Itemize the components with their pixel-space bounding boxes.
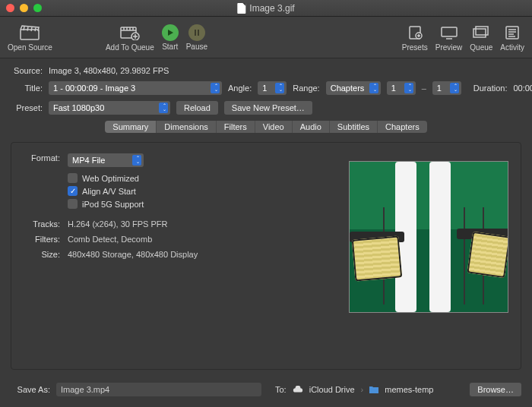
- filters-value: Comb Detect, Decomb: [68, 235, 152, 244]
- range-type-select[interactable]: Chapters: [326, 81, 381, 95]
- range-from-select[interactable]: 1: [387, 81, 416, 95]
- format-select[interactable]: MP4 File: [68, 153, 144, 167]
- size-label: Size:: [24, 250, 60, 259]
- tab-filters[interactable]: Filters: [217, 121, 255, 133]
- summary-panel: Format: MP4 File Web Optimized Align A/V…: [11, 142, 521, 370]
- checkbox-icon: [68, 186, 78, 196]
- start-button[interactable]: Start: [162, 24, 179, 51]
- tracks-value: H.264 (x264), 30 FPS PFR: [68, 219, 167, 229]
- zoom-window[interactable]: [33, 4, 42, 12]
- pause-button[interactable]: Pause: [186, 24, 207, 51]
- save-as-label: Save As:: [11, 385, 50, 394]
- window-title: Image 3.gif: [237, 3, 294, 14]
- preset-label: Preset:: [11, 103, 43, 112]
- activity-button[interactable]: Activity: [500, 24, 524, 52]
- format-label: Format:: [24, 153, 60, 167]
- presets-button[interactable]: Presets: [402, 24, 428, 52]
- align-av-checkbox[interactable]: Align A/V Start: [68, 186, 334, 196]
- duration-value: 00:00:09: [513, 84, 532, 93]
- queue-button[interactable]: Queue: [470, 24, 492, 52]
- preset-select[interactable]: Fast 1080p30: [49, 101, 170, 115]
- svg-rect-0: [21, 30, 39, 39]
- clapperboard-icon: [19, 24, 40, 42]
- minimize-window[interactable]: [20, 4, 28, 12]
- source-value: Image 3, 480x480, 29.9892 FPS: [49, 66, 169, 75]
- document-icon: [237, 3, 245, 14]
- save-new-preset-button[interactable]: Save New Preset…: [224, 101, 312, 115]
- add-clip-icon: [119, 24, 141, 42]
- reload-button[interactable]: Reload: [176, 101, 218, 115]
- filters-label: Filters:: [24, 235, 60, 244]
- range-dash: –: [422, 84, 426, 93]
- tab-summary[interactable]: Summary: [105, 121, 157, 133]
- tracks-label: Tracks:: [24, 219, 60, 229]
- activity-icon: [502, 24, 523, 42]
- browse-button[interactable]: Browse…: [470, 383, 521, 396]
- preview-icon: [439, 24, 460, 42]
- to-label: To:: [275, 385, 287, 394]
- preview-image: [349, 161, 508, 313]
- add-to-queue-button[interactable]: Add To Queue: [106, 24, 154, 52]
- range-label: Range:: [293, 84, 319, 93]
- toolbar: Open Source Add To Queue Start Pause Pre…: [0, 17, 532, 58]
- tab-audio[interactable]: Audio: [293, 121, 330, 133]
- web-optimized-checkbox[interactable]: Web Optimized: [68, 173, 334, 183]
- folder-icon: [369, 386, 378, 393]
- titlebar: Image 3.gif: [0, 0, 532, 17]
- play-icon: [162, 24, 179, 41]
- main-content: Source: Image 3, 480x480, 29.9892 FPS Ti…: [0, 58, 532, 374]
- close-window[interactable]: [6, 4, 14, 12]
- range-to-select[interactable]: 1: [432, 81, 461, 95]
- tab-chapters[interactable]: Chapters: [378, 121, 427, 133]
- cloud-icon: [293, 386, 303, 393]
- pause-icon: [188, 24, 205, 41]
- queue-icon: [470, 24, 492, 42]
- to-drive[interactable]: iCloud Drive: [309, 385, 355, 394]
- open-source-button[interactable]: Open Source: [8, 24, 52, 52]
- title-select[interactable]: 1 - 00:00:09 - Image 3: [49, 81, 222, 95]
- tab-subtitles[interactable]: Subtitles: [330, 121, 378, 133]
- size-value: 480x480 Storage, 480x480 Display: [68, 250, 198, 259]
- ipod-checkbox[interactable]: iPod 5G Support: [68, 199, 334, 209]
- footer: Save As: To: iCloud Drive › memes-temp B…: [0, 375, 532, 407]
- window-controls: [6, 4, 42, 12]
- tab-video[interactable]: Video: [255, 121, 293, 133]
- window-title-text: Image 3.gif: [249, 3, 294, 14]
- svg-rect-5: [442, 27, 457, 36]
- presets-icon: [404, 24, 426, 42]
- checkbox-icon: [68, 199, 78, 209]
- checkbox-icon: [68, 173, 78, 183]
- angle-select[interactable]: 1: [258, 81, 287, 95]
- source-label: Source:: [11, 66, 43, 75]
- duration-label: Duration:: [473, 84, 508, 93]
- save-as-input[interactable]: [56, 383, 261, 396]
- preview-button[interactable]: Preview: [435, 24, 463, 52]
- tab-dimensions[interactable]: Dimensions: [157, 121, 216, 133]
- title-label: Title:: [11, 84, 43, 93]
- angle-label: Angle:: [228, 84, 252, 93]
- tabs: Summary Dimensions Filters Video Audio S…: [11, 121, 521, 133]
- to-folder[interactable]: memes-temp: [385, 385, 433, 394]
